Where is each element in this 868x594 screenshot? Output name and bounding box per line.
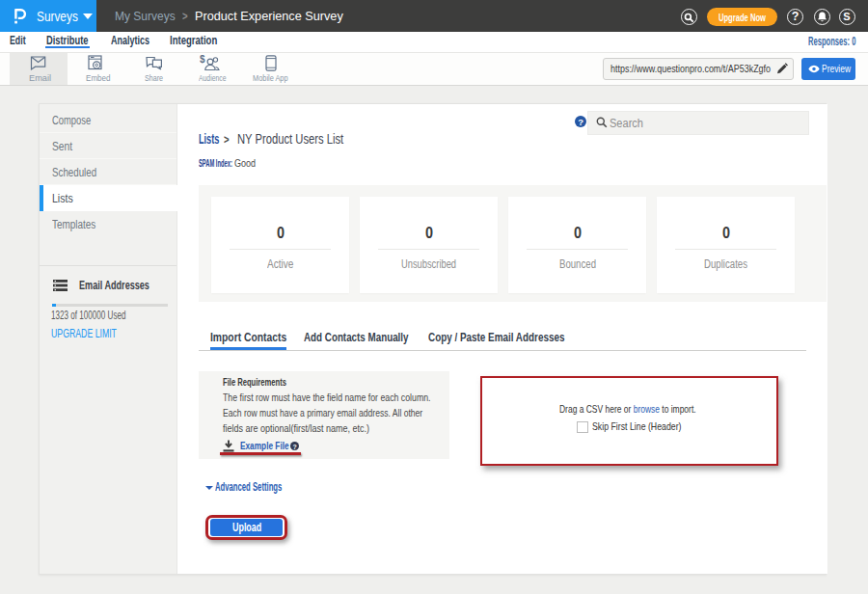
svg-text:$: $ <box>200 55 205 65</box>
